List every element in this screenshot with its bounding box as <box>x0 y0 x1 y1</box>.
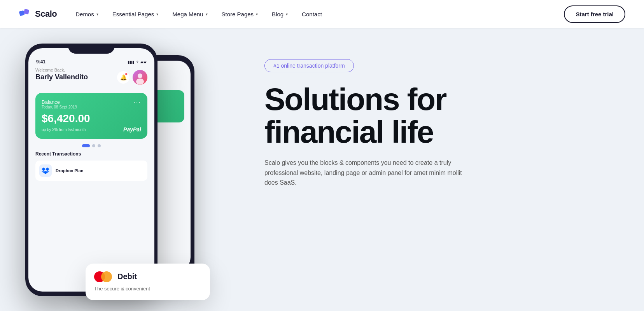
svg-rect-0 <box>19 10 25 16</box>
svg-point-4 <box>136 79 144 85</box>
bell-icon[interactable]: 🔔 <box>117 71 130 84</box>
battery-icon: ▰▰ <box>140 60 147 64</box>
nav-item-essential[interactable]: Essential Pages ▾ <box>112 11 159 17</box>
nav-item-contact[interactable]: Contact <box>302 11 322 17</box>
transactions-title: Recent Transactions <box>35 151 147 157</box>
phone-area: Ba Tod... $4... Dow 9:41 ▮▮▮ ⟡ ▰▰ <box>16 44 241 308</box>
balance-change: up by 2% from last month <box>42 128 86 132</box>
screen-content: Welcome Back, Barly Vallendito 🔔 <box>28 68 154 147</box>
hero-section: Ba Tod... $4... Dow 9:41 ▮▮▮ ⟡ ▰▰ <box>0 28 644 311</box>
debit-header: Debit <box>94 271 201 282</box>
dropbox-logo <box>39 164 52 177</box>
svg-rect-1 <box>24 9 29 14</box>
paypal-logo: PayPal <box>123 126 141 133</box>
hero-heading-line2: financial life <box>264 115 433 149</box>
hero-text: #1 online transaction platform Solutions… <box>241 44 625 188</box>
status-time: 9:41 <box>36 59 46 65</box>
navbar: Scalo Demos ▾ Essential Pages ▾ Mega Men… <box>0 0 644 28</box>
logo-text: Scalo <box>35 9 57 19</box>
hero-heading: Solutions for financial life <box>264 83 625 149</box>
debit-popup: Debit The secure & convenient <box>86 264 210 300</box>
balance-header: Balance Today, 08 Sept 2019 ··· <box>42 99 141 109</box>
transaction-item: Dropbox Plan <box>35 161 147 181</box>
chevron-down-icon: ▾ <box>256 12 258 16</box>
transactions-section: Recent Transactions Dropbox Plan <box>28 151 154 181</box>
chevron-down-icon: ▾ <box>286 12 288 16</box>
avatar <box>133 70 147 85</box>
card-pagination <box>35 144 147 147</box>
nav-cta: Start free trial <box>564 5 625 23</box>
balance-amount: $6,420.00 <box>42 112 141 125</box>
balance-label: Balance <box>42 99 77 105</box>
balance-card: Balance Today, 08 Sept 2019 ··· $6,420.0… <box>35 93 147 139</box>
mastercard-icon <box>94 271 112 282</box>
user-info: Welcome Back, Barly Vallendito <box>35 68 88 87</box>
signal-icon: ▮▮▮ <box>128 60 135 64</box>
chevron-down-icon: ▾ <box>206 12 208 16</box>
phone-screen: 9:41 ▮▮▮ ⟡ ▰▰ Welcome Back, Barly Vallen… <box>28 48 154 292</box>
balance-date: Today, 08 Sept 2019 <box>42 105 77 109</box>
notification-dot <box>125 73 128 75</box>
nav-item-store[interactable]: Store Pages ▾ <box>222 11 258 17</box>
hero-badge: #1 online transaction platform <box>264 59 354 72</box>
user-name: Barly Vallendito <box>35 73 88 81</box>
dot-1[interactable] <box>82 144 90 147</box>
balance-footer: up by 2% from last month PayPal <box>42 126 141 133</box>
hero-subtext: Scalo gives you the blocks & components … <box>264 158 467 188</box>
user-row: Welcome Back, Barly Vallendito 🔔 <box>35 68 147 87</box>
hero-heading-line1: Solutions for <box>264 82 446 117</box>
logo[interactable]: Scalo <box>19 8 57 20</box>
dot-2[interactable] <box>92 144 95 147</box>
nav-item-mega[interactable]: Mega Menu ▾ <box>172 11 207 17</box>
welcome-text: Welcome Back, <box>35 68 88 72</box>
phone-front: 9:41 ▮▮▮ ⟡ ▰▰ Welcome Back, Barly Vallen… <box>25 44 158 296</box>
logo-icon <box>19 8 31 20</box>
start-trial-button[interactable]: Start free trial <box>564 5 625 23</box>
debit-subtitle: The secure & convenient <box>94 285 201 292</box>
status-icons: ▮▮▮ ⟡ ▰▰ <box>128 59 147 64</box>
debit-title: Debit <box>117 272 137 281</box>
transaction-name: Dropbox Plan <box>56 168 84 173</box>
nav-item-demos[interactable]: Demos ▾ <box>75 11 98 17</box>
wifi-icon: ⟡ <box>136 59 139 64</box>
chevron-down-icon: ▾ <box>96 12 98 16</box>
nav-links: Demos ▾ Essential Pages ▾ Mega Menu ▾ St… <box>75 11 564 17</box>
more-options-icon[interactable]: ··· <box>134 99 141 106</box>
nav-item-blog[interactable]: Blog ▾ <box>272 11 288 17</box>
dot-3[interactable] <box>98 144 101 147</box>
svg-point-3 <box>138 73 142 78</box>
phone-notch <box>68 44 115 54</box>
chevron-down-icon: ▾ <box>156 12 158 16</box>
